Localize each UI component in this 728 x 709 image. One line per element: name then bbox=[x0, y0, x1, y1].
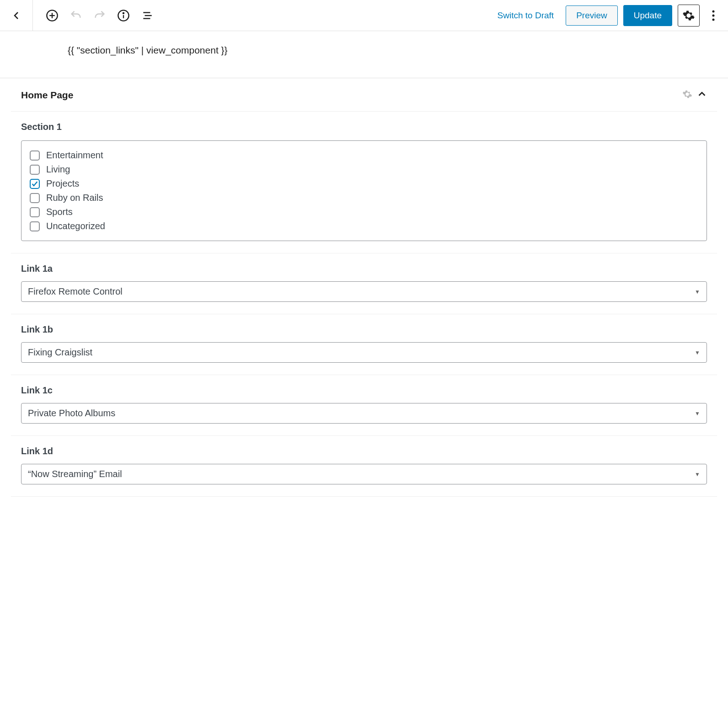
undo-button[interactable] bbox=[68, 7, 84, 24]
category-row: Projects bbox=[30, 177, 698, 191]
link-block: Link 1aFirefox Remote Control▼ bbox=[11, 253, 717, 314]
section-1-block: Section 1 EntertainmentLivingProjectsRub… bbox=[11, 112, 717, 253]
category-label: Uncategorized bbox=[46, 221, 105, 231]
caret-down-icon: ▼ bbox=[695, 349, 700, 356]
block-template-text[interactable]: {{ "section_links" | view_component }} bbox=[0, 31, 728, 78]
category-row: Sports bbox=[30, 205, 698, 219]
outline-button[interactable] bbox=[139, 7, 155, 24]
panel-collapse-button[interactable] bbox=[697, 89, 707, 101]
panel-title: Home Page bbox=[21, 90, 73, 101]
caret-down-icon: ▼ bbox=[695, 289, 700, 295]
link-block: Link 1cPrivate Photo Albums▼ bbox=[11, 375, 717, 436]
category-row: Uncategorized bbox=[30, 219, 698, 233]
category-checkbox[interactable] bbox=[30, 150, 40, 161]
link-select[interactable]: Fixing Craigslist▼ bbox=[21, 342, 707, 363]
category-label: Sports bbox=[46, 207, 73, 217]
redo-button[interactable] bbox=[91, 7, 108, 24]
back-button[interactable] bbox=[0, 0, 33, 31]
settings-button[interactable] bbox=[678, 5, 700, 27]
category-row: Ruby on Rails bbox=[30, 191, 698, 205]
link-block: Link 1d“Now Streaming” Email▼ bbox=[11, 436, 717, 497]
category-label: Projects bbox=[46, 178, 79, 189]
caret-down-icon: ▼ bbox=[695, 471, 700, 478]
toolbar-left bbox=[0, 0, 155, 31]
link-select-value: Private Photo Albums bbox=[28, 408, 115, 419]
panel-header[interactable]: Home Page bbox=[11, 78, 717, 112]
category-label: Living bbox=[46, 164, 70, 175]
category-row: Living bbox=[30, 162, 698, 177]
switch-to-draft-button[interactable]: Switch to Draft bbox=[491, 7, 561, 24]
panel-settings-button[interactable] bbox=[682, 89, 692, 101]
category-checkbox[interactable] bbox=[30, 165, 40, 175]
panel-header-icons bbox=[682, 89, 707, 101]
toolbar-right: Switch to Draft Preview Update bbox=[491, 5, 722, 27]
link-label: Link 1c bbox=[21, 385, 707, 396]
add-block-button[interactable] bbox=[44, 7, 60, 24]
chevron-left-icon bbox=[11, 10, 22, 21]
redo-icon bbox=[93, 9, 106, 22]
check-icon bbox=[31, 180, 38, 188]
editor-toolbar: Switch to Draft Preview Update bbox=[0, 0, 728, 31]
plus-circle-icon bbox=[46, 9, 59, 22]
category-checkbox[interactable] bbox=[30, 221, 40, 231]
section-1-label: Section 1 bbox=[21, 122, 707, 132]
link-label: Link 1d bbox=[21, 446, 707, 457]
update-button[interactable]: Update bbox=[623, 5, 672, 26]
category-label: Ruby on Rails bbox=[46, 193, 103, 203]
info-button[interactable] bbox=[115, 7, 132, 24]
link-select-value: Fixing Craigslist bbox=[28, 347, 92, 358]
svg-point-11 bbox=[712, 18, 715, 21]
link-select[interactable]: Private Photo Albums▼ bbox=[21, 403, 707, 424]
category-checkbox[interactable] bbox=[30, 179, 40, 189]
link-select-value: “Now Streaming” Email bbox=[28, 469, 122, 479]
gear-icon bbox=[682, 9, 695, 22]
gear-icon bbox=[682, 89, 692, 99]
chevron-up-icon bbox=[697, 89, 707, 99]
list-icon bbox=[141, 10, 153, 21]
link-select-value: Firefox Remote Control bbox=[28, 286, 123, 297]
more-options-button[interactable] bbox=[705, 5, 722, 27]
category-checkbox[interactable] bbox=[30, 193, 40, 203]
category-checkbox-group: EntertainmentLivingProjectsRuby on Rails… bbox=[21, 140, 707, 241]
link-label: Link 1b bbox=[21, 324, 707, 335]
link-select[interactable]: Firefox Remote Control▼ bbox=[21, 281, 707, 302]
link-label: Link 1a bbox=[21, 263, 707, 274]
toolbar-icons bbox=[33, 7, 155, 24]
link-block: Link 1bFixing Craigslist▼ bbox=[11, 314, 717, 375]
svg-point-5 bbox=[123, 12, 124, 13]
link-select[interactable]: “Now Streaming” Email▼ bbox=[21, 464, 707, 484]
panel: Home Page Section 1 EntertainmentLivingP… bbox=[0, 78, 728, 497]
category-checkbox[interactable] bbox=[30, 207, 40, 217]
info-icon bbox=[117, 9, 130, 22]
category-label: Entertainment bbox=[46, 150, 103, 161]
dots-vertical-icon bbox=[712, 9, 715, 22]
caret-down-icon: ▼ bbox=[695, 410, 700, 417]
svg-point-10 bbox=[712, 14, 715, 16]
category-row: Entertainment bbox=[30, 148, 698, 162]
undo-icon bbox=[70, 9, 82, 22]
preview-button[interactable]: Preview bbox=[566, 5, 618, 26]
svg-point-9 bbox=[712, 10, 715, 12]
